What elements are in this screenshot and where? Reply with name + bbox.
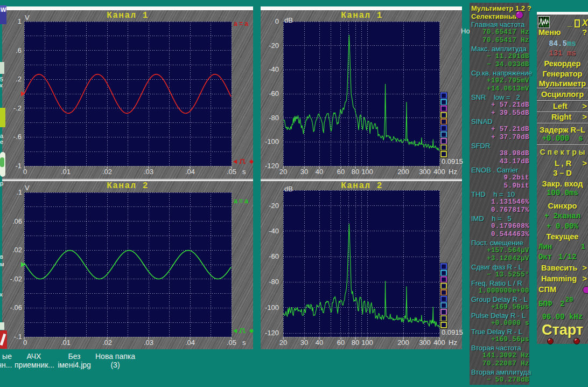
svg-text:40: 40 xyxy=(316,338,323,347)
svg-text:-120: -120 xyxy=(265,162,279,170)
svg-text:0: 0 xyxy=(23,168,27,176)
svg-text:.03: .03 xyxy=(144,168,153,176)
svg-text:-40: -40 xyxy=(269,65,279,73)
svg-text:30: 30 xyxy=(300,338,308,347)
svg-text:Канал 1: Канал 1 xyxy=(341,11,383,20)
svg-text:300: 300 xyxy=(419,168,431,176)
svg-text:-1: -1 xyxy=(15,162,22,170)
svg-text:100: 100 xyxy=(361,338,373,347)
svg-text:.05: .05 xyxy=(227,338,236,347)
svg-text:20: 20 xyxy=(279,338,287,347)
svg-text:-100: -100 xyxy=(265,303,279,312)
svg-text:1: 1 xyxy=(18,17,22,25)
svg-text:.01: .01 xyxy=(61,338,71,347)
svg-text:V: V xyxy=(25,13,30,22)
svg-text:400: 400 xyxy=(433,168,445,176)
svg-text:-100: -100 xyxy=(265,137,279,146)
svg-text:Hz: Hz xyxy=(449,168,457,176)
svg-text:s: s xyxy=(242,338,246,347)
svg-text:300: 300 xyxy=(419,338,431,347)
svg-text:-40: -40 xyxy=(269,227,279,235)
svg-text:s: s xyxy=(242,168,246,176)
svg-text:a = a: a = a xyxy=(234,197,248,205)
svg-text:-.06: -.06 xyxy=(10,303,22,312)
svg-text:.01: .01 xyxy=(61,168,71,176)
svg-text:Канал 2: Канал 2 xyxy=(341,181,383,191)
svg-text:-60: -60 xyxy=(269,252,279,260)
svg-text:-80: -80 xyxy=(269,278,279,286)
svg-text:Канал 2: Канал 2 xyxy=(107,181,149,191)
svg-text:-20: -20 xyxy=(269,42,279,50)
svg-text:-60: -60 xyxy=(269,89,279,98)
svg-text:Но: Но xyxy=(461,27,470,35)
svg-text:.02: .02 xyxy=(102,338,112,347)
svg-text:20: 20 xyxy=(279,168,287,176)
svg-text:60: 60 xyxy=(337,338,345,347)
svg-text:400: 400 xyxy=(433,338,445,347)
svg-text:.03: .03 xyxy=(144,338,153,347)
svg-text:.04: .04 xyxy=(185,338,195,347)
svg-text:0: 0 xyxy=(23,338,27,347)
svg-text:-20: -20 xyxy=(269,202,279,210)
svg-text:.02: .02 xyxy=(12,246,22,254)
svg-text:-120: -120 xyxy=(265,329,279,337)
svg-text:200: 200 xyxy=(397,338,409,347)
svg-text:100: 100 xyxy=(361,168,373,176)
svg-text:80: 80 xyxy=(352,338,359,347)
svg-text:80: 80 xyxy=(352,168,359,176)
svg-text:Канал 1: Канал 1 xyxy=(107,11,149,20)
svg-text:0.0915: 0.0915 xyxy=(442,328,463,336)
svg-text:a = a: a = a xyxy=(234,20,248,27)
svg-text:.06: .06 xyxy=(12,217,22,225)
svg-text:40: 40 xyxy=(316,168,323,176)
svg-text:-.02: -.02 xyxy=(10,275,22,283)
svg-text:200: 200 xyxy=(397,168,409,176)
svg-text:.6: .6 xyxy=(16,46,22,54)
svg-text:V: V xyxy=(25,184,30,192)
svg-text:dB: dB xyxy=(284,185,293,193)
svg-text:-80: -80 xyxy=(269,114,279,122)
svg-text:-.2: -.2 xyxy=(13,104,22,112)
svg-text:-.6: -.6 xyxy=(13,133,22,141)
svg-text:30: 30 xyxy=(300,168,308,176)
svg-text:.04: .04 xyxy=(185,168,195,176)
svg-text:.2: .2 xyxy=(16,75,22,83)
svg-text:60: 60 xyxy=(337,168,345,176)
svg-text:0: 0 xyxy=(275,17,279,25)
svg-text:.02: .02 xyxy=(102,168,112,176)
svg-text:.1: .1 xyxy=(16,188,22,196)
svg-text:0.0915: 0.0915 xyxy=(442,157,463,165)
svg-text:Hz: Hz xyxy=(449,338,457,347)
svg-text:.05: .05 xyxy=(227,168,236,176)
svg-text:-.1: -.1 xyxy=(14,333,22,341)
svg-text:dB: dB xyxy=(284,16,293,24)
